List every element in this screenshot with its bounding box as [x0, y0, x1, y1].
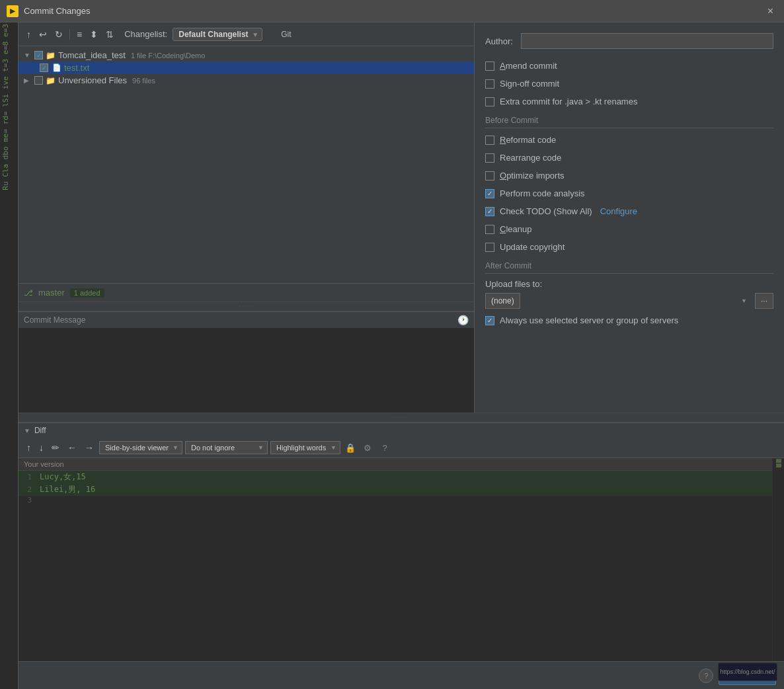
upload-row: (none) ··· [485, 293, 773, 309]
toolbar-btn-sort[interactable]: ⇅ [103, 28, 116, 41]
code-panel: Your version 1 Lucy,女,15 2 Lilei,男, 16 3 [19, 458, 772, 661]
checkbox-cleanup[interactable] [485, 225, 494, 234]
tree-item-unversioned[interactable]: ▶ 📁 Unversioned Files 96 files [19, 74, 474, 87]
toolbar: ↑ ↩ ↻ ≡ ⬍ ⇅ Changelist: Default Changeli… [19, 22, 474, 46]
commit-message-label: Commit Message [24, 315, 85, 325]
line-content-2: Lilei,男, 16 [37, 483, 772, 496]
upload-more-button[interactable]: ··· [755, 293, 773, 309]
status-bar: ⎇ master 1 added [19, 283, 474, 302]
toolbar-btn-refresh[interactable]: ↻ [52, 28, 65, 41]
git-tab[interactable]: Git [278, 28, 294, 40]
app-icon: ▶ [7, 5, 19, 17]
option-label-extracommit: Extra commit for .java > .kt renames [500, 97, 637, 106]
diff-collapse-arrow-icon[interactable]: ▼ [24, 427, 30, 434]
author-row: Author: [485, 33, 773, 49]
help-button[interactable]: ? [699, 669, 713, 683]
option-row-cleanup: Cleanup [485, 223, 773, 235]
before-commit-title: Before Commit [485, 116, 773, 128]
close-button[interactable]: × [764, 4, 777, 19]
upload-select-wrapper: (none) [485, 293, 752, 309]
changelist-select[interactable]: Default Changelist [173, 28, 262, 41]
tree-item-testtxt[interactable]: 📄 test.txt [19, 61, 474, 74]
branch-icon: ⎇ [24, 288, 33, 298]
folder-icon-tomcat: 📁 [46, 51, 56, 60]
configure-link[interactable]: Configure [600, 206, 637, 216]
checkbox-reformat[interactable] [485, 136, 494, 145]
ignore-select-wrapper: Do not ignore Ignore whitespaces Ignore … [185, 441, 268, 454]
item-name-unversioned: Unversioned Files [58, 75, 127, 85]
tree-item-tomcat[interactable]: ▼ 📁 Tomcat_idea_test 1 file F:\Codeing\D… [19, 49, 474, 61]
code-lines: 1 Lucy,女,15 2 Lilei,男, 16 3 [19, 471, 772, 505]
settings-icon[interactable]: ⚙ [360, 440, 375, 455]
toolbar-btn-undo[interactable]: ↩ [36, 28, 50, 41]
checkbox-signoff[interactable] [485, 79, 494, 89]
checkbox-optimize[interactable] [485, 171, 494, 181]
option-row-copyright: Update copyright [485, 241, 773, 253]
checkbox-checktodo[interactable] [485, 207, 494, 216]
option-row-alwaysuse: Always use selected server or group of s… [485, 314, 773, 327]
added-badge: 1 added [70, 288, 104, 298]
checkbox-tomcat[interactable] [34, 51, 43, 60]
minimap-marker-2 [776, 464, 781, 467]
checkbox-extracommit[interactable] [485, 97, 494, 106]
upload-select[interactable]: (none) [485, 293, 520, 309]
option-row-extracommit: Extra commit for .java > .kt renames [485, 95, 773, 108]
option-row-amend: Amend commit [485, 60, 773, 72]
bottom-bar: ? Commit https://blog.csdn.net/ [19, 661, 784, 689]
checkbox-copyright[interactable] [485, 243, 494, 252]
toolbar-divider-1 [69, 29, 70, 40]
diff-header: ▼ Diff [19, 423, 784, 438]
option-row-signoff: Sign-off commit [485, 77, 773, 90]
line-num-1: 1 [19, 473, 37, 481]
checkbox-alwaysuse[interactable] [485, 316, 494, 325]
checkbox-rearrange[interactable] [485, 153, 494, 163]
diff-btn-edit[interactable]: ✏ [49, 441, 62, 454]
csdn-overlay: https://blog.csdn.net/ [718, 663, 777, 681]
commit-message-textarea[interactable] [19, 328, 474, 413]
after-commit-title: After Commit [485, 261, 773, 274]
checkbox-analysis[interactable] [485, 189, 494, 198]
diff-separator[interactable]: ····· [19, 413, 784, 423]
changelist-wrapper: Default Changelist ▼ [173, 28, 262, 41]
main-container: Ru Cla dbo me= rd= lSi ive t=3 e=8 e=3 ↑… [0, 22, 784, 689]
top-section: ↑ ↩ ↻ ≡ ⬍ ⇅ Changelist: Default Changeli… [19, 22, 784, 413]
highlight-select-wrapper: Highlight words Highlight chars None ▼ [270, 441, 340, 454]
option-row-analysis: Perform code analysis [485, 187, 773, 200]
highlight-select[interactable]: Highlight words Highlight chars None [270, 441, 340, 454]
diff-btn-up[interactable]: ↑ [24, 441, 34, 454]
diff-title: Diff [34, 426, 46, 435]
option-label-rearrange: Rearrange code [500, 153, 561, 163]
option-label-reformat: Reformat code [500, 135, 556, 145]
toolbar-btn-expand[interactable]: ⬍ [87, 28, 100, 41]
commit-message-clock-icon: 🕐 [457, 315, 469, 325]
title-bar-left: ▶ Commit Changes [7, 5, 90, 17]
checkbox-testtxt[interactable] [40, 63, 48, 72]
checkbox-amend[interactable] [485, 61, 494, 71]
diff-btn-right[interactable]: → [82, 441, 97, 454]
file-icon-testtxt: 📄 [52, 63, 61, 72]
checkbox-unversioned[interactable] [34, 76, 43, 85]
after-commit-section: Upload files to: (none) ··· Always use s… [485, 279, 773, 327]
tree-container: ▼ 📁 Tomcat_idea_test 1 file F:\Codeing\D… [19, 46, 474, 283]
toolbar-btn-menu[interactable]: ≡ [74, 28, 85, 41]
diff-btn-left[interactable]: ← [65, 441, 79, 454]
ignore-select[interactable]: Do not ignore Ignore whitespaces Ignore … [185, 441, 268, 454]
author-input[interactable] [521, 33, 773, 49]
commit-message-divider[interactable]: ····· [19, 302, 474, 311]
code-view: Your version 1 Lucy,女,15 2 Lilei,男, 16 3 [19, 458, 784, 661]
toolbar-btn-arrow[interactable]: ↑ [24, 28, 34, 41]
lock-icon[interactable]: 🔒 [343, 440, 358, 455]
option-label-analysis: Perform code analysis [500, 188, 585, 198]
help-diff-icon[interactable]: ? [377, 440, 392, 455]
option-label-checktodo: Check TODO (Show All) [500, 206, 592, 216]
diff-toolbar: ↑ ↓ ✏ ← → Side-by-side viewer Unified vi… [19, 438, 784, 458]
viewer-select-wrapper: Side-by-side viewer Unified viewer ▼ [99, 441, 182, 454]
option-row-optimize: Optimize imports [485, 169, 773, 182]
commit-message-header: Commit Message 🕐 [19, 312, 474, 328]
item-name-testtxt: test.txt [64, 63, 89, 73]
csdn-text: https://blog.csdn.net/ [720, 669, 775, 675]
title-bar: ▶ Commit Changes × [0, 0, 784, 22]
line-num-3: 3 [19, 496, 37, 505]
viewer-select[interactable]: Side-by-side viewer Unified viewer [99, 441, 182, 454]
diff-btn-down[interactable]: ↓ [36, 441, 46, 454]
